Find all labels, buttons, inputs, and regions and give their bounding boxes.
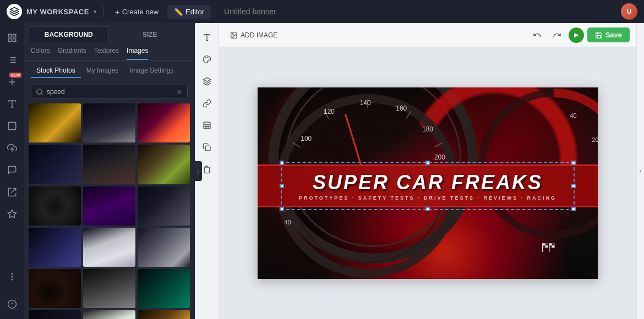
undo-icon xyxy=(533,31,542,40)
redo-button[interactable] xyxy=(549,27,565,43)
search-clear-button[interactable]: ✕ xyxy=(176,88,183,96)
svg-point-21 xyxy=(37,89,42,94)
paint-tool-button[interactable] xyxy=(197,50,217,69)
list-item[interactable] xyxy=(138,310,190,319)
topbar: MY WORKSPACE ▾ + Create new ✏️ Editor Un… xyxy=(0,0,644,23)
sidebar-item-info[interactable] xyxy=(2,294,23,315)
panel-subtabs: Colors Gradients Textures Images xyxy=(24,42,194,61)
sidebar-item-effects[interactable] xyxy=(2,204,23,224)
list-item[interactable] xyxy=(138,269,190,308)
canvas-toolbar: ADD IMAGE ▶ xyxy=(219,23,636,47)
undo-button[interactable] xyxy=(529,27,545,43)
list-item[interactable] xyxy=(138,228,190,267)
editor-label: Editor xyxy=(185,8,204,16)
subtab-colors[interactable]: Colors xyxy=(31,42,50,60)
svg-marker-14 xyxy=(8,210,17,218)
list-item[interactable] xyxy=(83,269,135,308)
main-area: NEW xyxy=(0,23,644,319)
svg-rect-0 xyxy=(8,34,11,37)
subtab-textures[interactable]: Textures xyxy=(94,42,119,60)
add-image-icon xyxy=(230,31,238,39)
canvas-area: ADD IMAGE ▶ xyxy=(219,23,636,319)
list-item[interactable] xyxy=(83,186,135,226)
svg-rect-2 xyxy=(13,39,16,42)
list-item[interactable] xyxy=(29,269,81,308)
add-image-label: ADD IMAGE xyxy=(241,31,277,39)
panel-top-tabs: BACKGROUND SIZE xyxy=(24,23,194,42)
image-grid xyxy=(24,103,194,319)
tab-background[interactable]: BACKGROUND xyxy=(29,26,109,42)
svg-marker-28 xyxy=(203,78,210,81)
canvas-toolbar-right: ▶ Save xyxy=(529,27,630,43)
media-tool-button[interactable] xyxy=(197,116,217,135)
svg-point-27 xyxy=(205,58,206,58)
editor-button[interactable]: ✏️ Editor xyxy=(167,5,211,19)
plus-icon: + xyxy=(115,7,120,16)
list-item[interactable] xyxy=(138,186,190,226)
add-image-button[interactable]: ADD IMAGE xyxy=(226,29,282,42)
search-box: ✕ xyxy=(31,85,188,99)
subtab-images[interactable]: Images xyxy=(127,42,148,60)
panel-search-area: ✕ xyxy=(24,81,194,103)
img-subtab-stock[interactable]: Stock Photos xyxy=(31,64,81,78)
banner-subtitle-text: PROTOTYPES · SAFETY TESTS · DRIVE TESTS … xyxy=(299,195,556,201)
save-label: Save xyxy=(605,31,622,39)
workspace-chevron-icon[interactable]: ▾ xyxy=(94,8,97,15)
list-item[interactable] xyxy=(29,186,81,226)
panel-collapse-button[interactable]: ‹ xyxy=(194,161,202,181)
sidebar-item-comments[interactable] xyxy=(2,160,23,180)
panel-img-subtabs: Stock Photos My Images Image Settings xyxy=(24,61,194,81)
sidebar-item-shapes[interactable] xyxy=(2,116,23,136)
svg-point-17 xyxy=(12,279,13,280)
sidebar-item-text[interactable] xyxy=(2,94,23,114)
user-avatar[interactable]: U xyxy=(621,3,637,20)
redo-icon xyxy=(553,31,561,40)
svg-point-26 xyxy=(209,59,209,59)
layers-tool-button[interactable] xyxy=(197,72,217,91)
image-grid-inner xyxy=(29,103,190,319)
sidebar-item-grid[interactable] xyxy=(2,28,23,48)
right-collapse-button[interactable]: › xyxy=(636,23,644,319)
svg-point-25 xyxy=(207,57,208,58)
create-new-button[interactable]: + Create new xyxy=(111,5,163,19)
banner-title[interactable]: Untitled banner xyxy=(215,7,616,16)
pencil-icon: ✏️ xyxy=(174,8,183,16)
new-badge: NEW xyxy=(9,73,21,78)
left-panel: BACKGROUND SIZE Colors Gradients Texture… xyxy=(24,23,195,319)
list-item[interactable] xyxy=(29,228,81,267)
list-item[interactable] xyxy=(83,103,135,142)
list-item[interactable] xyxy=(29,103,81,142)
list-item[interactable] xyxy=(29,310,81,319)
list-item[interactable] xyxy=(83,228,135,267)
banner-canvas[interactable]: 100 120 140 160 180 200 220 60 40 xyxy=(257,87,598,279)
sidebar-item-new[interactable]: NEW xyxy=(2,72,23,92)
tab-size[interactable]: SIZE xyxy=(110,26,190,42)
text-tool-button[interactable] xyxy=(197,28,217,47)
create-new-label: Create new xyxy=(122,8,159,16)
play-button[interactable]: ▶ xyxy=(569,28,584,43)
icon-sidebar: NEW xyxy=(0,23,24,319)
save-icon xyxy=(595,31,603,39)
list-item[interactable] xyxy=(138,145,190,184)
list-item[interactable] xyxy=(83,310,135,319)
svg-line-22 xyxy=(41,94,43,95)
duplicate-tool-button[interactable] xyxy=(197,138,217,157)
sidebar-item-share[interactable] xyxy=(2,182,23,202)
save-button[interactable]: Save xyxy=(587,28,630,42)
list-item[interactable] xyxy=(138,103,190,142)
sidebar-item-upload[interactable] xyxy=(2,138,23,158)
svg-rect-3 xyxy=(8,39,11,42)
img-subtab-my[interactable]: My Images xyxy=(81,64,124,78)
search-input[interactable] xyxy=(47,88,173,96)
banner-background: 100 120 140 160 180 200 220 60 40 xyxy=(258,87,598,279)
topbar-divider xyxy=(103,6,104,17)
link-tool-button[interactable] xyxy=(197,94,217,113)
sidebar-item-list[interactable] xyxy=(2,50,23,70)
app-logo[interactable] xyxy=(7,4,22,19)
sidebar-item-more[interactable] xyxy=(2,266,23,287)
img-subtab-settings[interactable]: Image Settings xyxy=(124,64,179,78)
list-item[interactable] xyxy=(29,145,81,184)
svg-rect-1 xyxy=(13,34,16,37)
subtab-gradients[interactable]: Gradients xyxy=(58,42,86,60)
list-item[interactable] xyxy=(83,145,135,184)
